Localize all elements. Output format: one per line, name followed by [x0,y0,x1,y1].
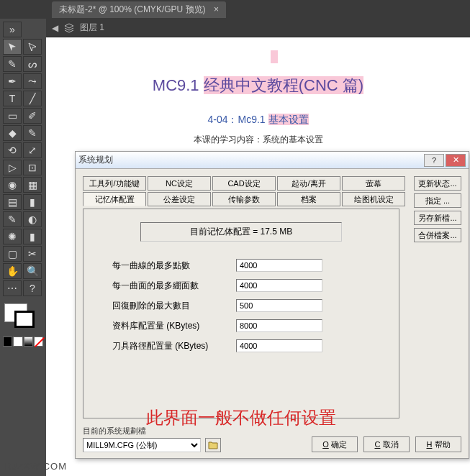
swatch-none[interactable] [34,337,43,347]
tab-tolerance[interactable]: 公差设定 [148,192,211,206]
current-memory-label: 目前记忆体配置 = 17.5 MB [140,222,342,242]
rotate-tool[interactable]: ⟲ [3,142,22,158]
direct-select-tool[interactable] [23,39,42,55]
pen-tool[interactable]: ✒ [3,73,22,89]
tab-transfer-params[interactable]: 传输参数 [212,192,276,206]
help-tool[interactable]: ? [23,280,42,296]
tab-screen[interactable]: 萤幕 [342,176,405,191]
doc-subtitle: 4-04：Mc9.1 基本设置 [46,114,470,127]
scale-tool[interactable]: ⤢ [23,142,42,158]
eyedropper-tool[interactable]: ✎ [3,211,22,227]
zoom-tool[interactable]: 🔍 [23,263,42,279]
document-tab[interactable]: 未标题-2* @ 100% (CMYK/GPU 预览) × [52,1,226,18]
save-as-button[interactable]: 另存新檔... [414,211,461,225]
cfg-label: 目前的系统规劃檔 [83,426,461,436]
line-tool[interactable]: ╱ [23,91,42,106]
document-tab-title: 未标题-2* @ 100% (CMYK/GPU 预览) [59,4,206,14]
layer-name: 图层 1 [80,22,104,34]
merge-file-button[interactable]: 合併檔案... [414,228,461,242]
swatch-white[interactable] [13,337,22,347]
perspective-tool[interactable]: ▦ [23,177,42,193]
tab-nc-settings[interactable]: NC设定 [148,176,211,191]
tab-memory-config[interactable]: 记忆体配置 [83,192,146,206]
dialog-close-icon[interactable]: ✕ [446,154,466,167]
document-tab-bar: 未标题-2* @ 100% (CMYK/GPU 预览) × [0,0,470,19]
shape-builder-tool[interactable]: ◉ [3,177,22,193]
magic-wand-tool[interactable]: ✎ [3,56,22,72]
dialog-help-icon[interactable]: ? [424,154,444,167]
update-status-button[interactable]: 更新状态... [414,176,461,191]
toolpath-kbytes-input[interactable] [236,339,322,352]
slice-tool[interactable]: ✂ [23,246,42,262]
blend-tool[interactable]: ◐ [23,211,42,227]
db-kbytes-input[interactable] [236,319,322,332]
brush-tool[interactable]: ✐ [23,108,42,124]
system-config-dialog: 系统规划 ? ✕ 工具列/功能键 NC设定 CAD设定 起动/离开 萤幕 记忆体… [75,151,469,459]
shaper-tool[interactable]: ◆ [3,125,22,141]
expand-icon[interactable]: » [3,22,22,37]
type-tool[interactable]: T [3,91,22,106]
assign-button[interactable]: 指定 ... [414,193,461,208]
layers-bar[interactable]: ◀ 图层 1 [46,19,470,37]
doc-title: MC9.1 经典中文教程(CNC 篇) [46,37,470,96]
field-label: 每一曲線的最多點數 [92,260,236,272]
hand-tool[interactable]: ✋ [3,263,22,279]
curvature-tool[interactable]: ⤳ [23,73,42,89]
dialog-title: 系统规划 [78,154,422,166]
mesh-tool[interactable]: ▤ [3,194,22,210]
canvas-area: ◀ 图层 1 MC9.1 经典中文教程(CNC 篇) 4-04：Mc9.1 基本… [46,19,470,476]
chevron-left-icon[interactable]: ◀ [52,23,58,33]
watermark: RJZXW.COM [4,461,67,472]
tab-close-icon[interactable]: × [214,4,219,14]
gradient-tool[interactable]: ▮ [23,194,42,210]
move-tool[interactable] [3,39,22,55]
folder-icon[interactable] [205,438,221,452]
width-tool[interactable]: ▷ [3,160,22,175]
help-button[interactable]: H 帮助 [415,436,461,452]
toolbox: » ✎ ᔕ ✒ ⤳ T ╱ ▭ ✐ ◆ ✎ ⟲ ⤢ ▷ [0,19,46,476]
undo-max-input[interactable] [236,299,322,312]
layers-icon [64,23,74,33]
tab-files[interactable]: 档案 [277,192,340,206]
cfg-file-select[interactable]: MILL9M.CFG (公制) [83,438,201,452]
graph-tool[interactable]: ▮ [23,229,42,244]
max-points-input[interactable] [236,259,322,272]
dialog-tabs: 工具列/功能键 NC设定 CAD设定 起动/离开 萤幕 记忆体配置 公差设定 传… [83,176,461,206]
ok-button[interactable]: O 确定 [312,436,358,452]
document-canvas[interactable]: MC9.1 经典中文教程(CNC 篇) 4-04：Mc9.1 基本设置 本课的学… [46,37,470,476]
rectangle-tool[interactable]: ▭ [3,108,22,124]
swatch-black[interactable] [3,337,12,347]
artboard-tool[interactable]: ▢ [3,246,22,262]
tab-start-exit[interactable]: 起动/离开 [277,176,340,191]
free-transform-tool[interactable]: ⊡ [23,160,42,175]
selection-marker [271,50,278,63]
tab-toolbar-keys[interactable]: 工具列/功能键 [83,176,146,191]
cancel-button[interactable]: C 取消 [363,436,410,452]
tab-plotter[interactable]: 绘图机设定 [342,192,405,206]
max-surfaces-input[interactable] [236,279,322,292]
dialog-titlebar[interactable]: 系统规划 ? ✕ [76,152,469,169]
field-label: 刀具路徑配置量 (KBytes) [92,340,236,352]
lasso-tool[interactable]: ᔕ [23,56,42,72]
tab-cad-settings[interactable]: CAD设定 [212,176,276,191]
symbol-sprayer-tool[interactable]: ✺ [3,229,22,244]
pencil-tool[interactable]: ✎ [23,125,42,141]
field-label: 每一曲面的最多綳面數 [92,280,236,292]
swatch-gradient[interactable] [24,337,33,347]
tab-content: 目前记忆体配置 = 17.5 MB 每一曲線的最多點數 每一曲面的最多綳面數 回… [83,209,399,418]
edit-toolbar[interactable]: ⋯ [3,280,22,296]
field-label: 资料库配置量 (KBytes) [92,320,236,332]
field-label: 回復刪除的最大數目 [92,300,236,312]
fill-stroke-picker[interactable] [3,303,43,329]
doc-note: 本课的学习内容：系统的基本设置 [46,134,470,146]
